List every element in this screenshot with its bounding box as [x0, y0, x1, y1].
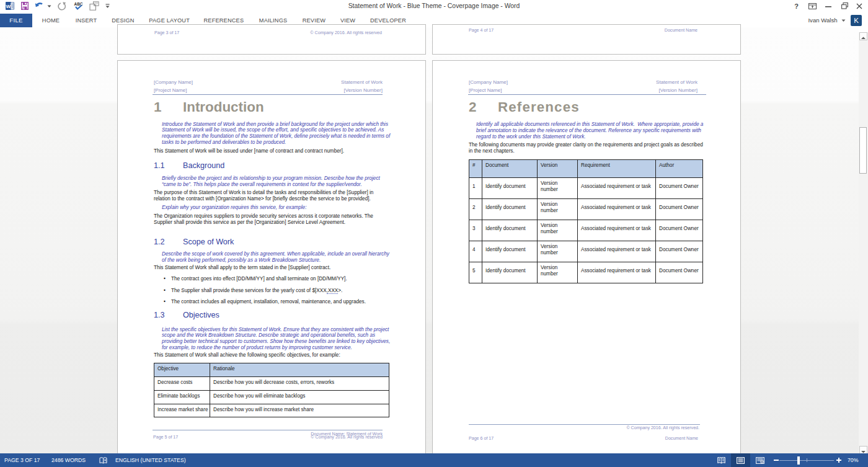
svg-text:?: ? — [794, 3, 799, 10]
